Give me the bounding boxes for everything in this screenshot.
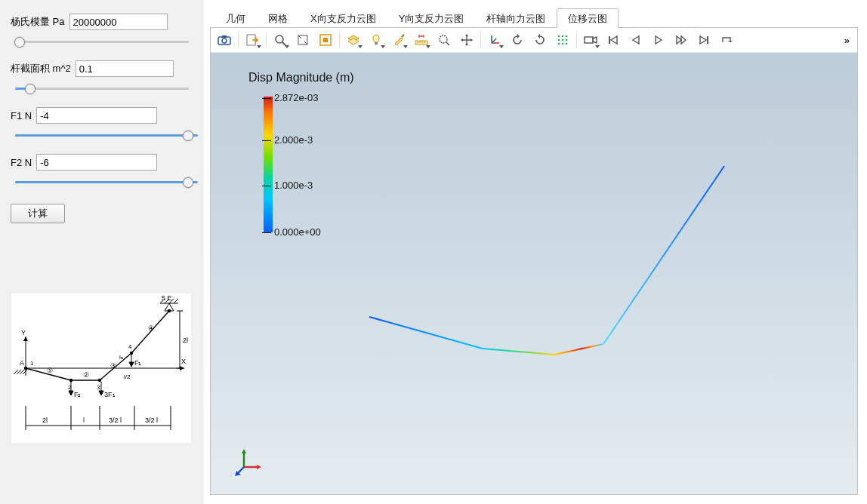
play-icon[interactable]	[648, 29, 669, 51]
tab-mesh[interactable]: 网格	[257, 8, 299, 28]
svg-marker-83	[461, 38, 463, 41]
svg-line-110	[369, 317, 483, 349]
svg-rect-68	[323, 38, 328, 42]
svg-marker-102	[611, 36, 617, 44]
svg-point-90	[558, 35, 560, 38]
svg-marker-115	[242, 449, 246, 453]
svg-marker-105	[677, 36, 681, 44]
svg-point-92	[566, 35, 568, 38]
svg-point-91	[562, 35, 564, 38]
svg-text:3F₁: 3F₁	[104, 391, 116, 398]
svg-point-97	[562, 43, 564, 45]
f2-slider[interactable]	[11, 177, 193, 187]
layers-icon[interactable]	[343, 29, 364, 51]
svg-text:4: 4	[128, 343, 132, 350]
svg-marker-3	[23, 337, 28, 341]
svg-point-79	[440, 35, 447, 43]
svg-line-112	[554, 344, 603, 355]
f2-input[interactable]	[36, 154, 157, 171]
export-icon[interactable]	[242, 29, 263, 51]
toolbar-overflow[interactable]: »	[844, 35, 854, 46]
axes-icon[interactable]	[484, 29, 505, 51]
area-input[interactable]	[76, 60, 174, 77]
svg-text:②: ②	[83, 371, 89, 379]
svg-point-20	[24, 367, 27, 370]
ruler-icon[interactable]	[411, 29, 432, 51]
youngs-modulus-input[interactable]	[69, 14, 168, 30]
tab-geometry[interactable]: 几何	[214, 8, 257, 28]
svg-rect-72	[375, 42, 378, 45]
move-icon[interactable]	[456, 29, 477, 51]
tab-reaction-x[interactable]: X向支反力云图	[299, 8, 387, 28]
schematic-diagram: Y X	[11, 293, 192, 444]
svg-text:l: l	[83, 416, 85, 424]
f1-slider[interactable]	[11, 130, 193, 140]
svg-marker-88	[517, 34, 520, 38]
svg-marker-38	[99, 391, 103, 395]
first-frame-icon[interactable]	[603, 29, 624, 51]
svg-text:X: X	[181, 358, 186, 365]
svg-line-113	[603, 166, 724, 344]
grid-icon[interactable]	[552, 29, 573, 51]
rotate-cw-icon[interactable]	[529, 29, 551, 51]
viewer-toolbar: »	[211, 28, 857, 53]
svg-text:3: 3	[97, 384, 100, 391]
svg-text:①: ①	[47, 367, 53, 374]
svg-marker-84	[471, 38, 473, 41]
svg-point-22	[98, 379, 101, 382]
youngs-modulus-label: 杨氏模量 Pa	[11, 15, 65, 29]
svg-text:F₁: F₁	[134, 359, 142, 367]
tab-reaction-y[interactable]: Y向支反力云图	[387, 8, 476, 28]
svg-text:l/2: l/2	[124, 373, 131, 380]
svg-point-21	[69, 379, 73, 382]
svg-rect-74	[415, 41, 427, 45]
calculate-button[interactable]: 计算	[11, 204, 65, 223]
svg-text:2l: 2l	[42, 416, 48, 424]
area-label: 杆截面积 m^2	[11, 62, 71, 75]
f1-input[interactable]	[36, 107, 157, 124]
f2-label: F2 N	[11, 157, 32, 168]
svg-rect-62	[222, 35, 227, 38]
svg-marker-82	[465, 44, 468, 46]
svg-text:l₂: l₂	[119, 354, 123, 361]
next-frame-icon[interactable]	[671, 29, 692, 51]
screenshot-icon[interactable]	[214, 29, 235, 51]
svg-text:F₂: F₂	[74, 391, 82, 398]
svg-marker-104	[656, 36, 662, 44]
camera-icon[interactable]	[580, 29, 601, 51]
svg-marker-109	[728, 41, 733, 42]
svg-line-80	[446, 42, 449, 45]
svg-point-71	[373, 35, 379, 42]
svg-line-111	[483, 349, 554, 355]
prev-frame-icon[interactable]	[625, 29, 646, 51]
tab-displacement[interactable]: 位移云图	[557, 8, 619, 28]
light-icon[interactable]	[366, 29, 387, 51]
svg-marker-107	[700, 36, 706, 44]
zoom-icon[interactable]	[270, 29, 291, 51]
svg-marker-117	[257, 465, 261, 469]
probe-icon[interactable]	[434, 29, 455, 51]
orientation-triad	[233, 447, 264, 478]
last-frame-icon[interactable]	[693, 29, 714, 51]
svg-rect-99	[585, 37, 593, 43]
area-slider[interactable]	[11, 83, 193, 94]
svg-point-64	[276, 35, 283, 43]
tab-axial-force[interactable]: 杆轴向力云图	[475, 8, 557, 28]
svg-line-73	[402, 35, 404, 37]
brush-icon[interactable]	[388, 29, 409, 51]
svg-point-95	[566, 39, 568, 41]
svg-text:2l: 2l	[183, 337, 188, 344]
loop-icon[interactable]	[716, 29, 737, 51]
youngs-modulus-slider[interactable]	[11, 36, 193, 47]
svg-text:④: ④	[148, 324, 154, 332]
svg-marker-36	[69, 391, 73, 395]
svg-text:A: A	[20, 359, 24, 367]
rotate-ccw-icon[interactable]	[507, 29, 528, 51]
fit-icon[interactable]	[315, 29, 336, 51]
svg-point-94	[562, 39, 564, 41]
svg-marker-40	[129, 362, 134, 367]
render-area[interactable]: Disp Magnitude (m) 2.872e-03 2.000e-3 1.…	[211, 53, 857, 494]
svg-marker-103	[633, 36, 639, 44]
f1-label: F1 N	[11, 110, 32, 121]
zoom-box-icon[interactable]	[292, 29, 313, 51]
